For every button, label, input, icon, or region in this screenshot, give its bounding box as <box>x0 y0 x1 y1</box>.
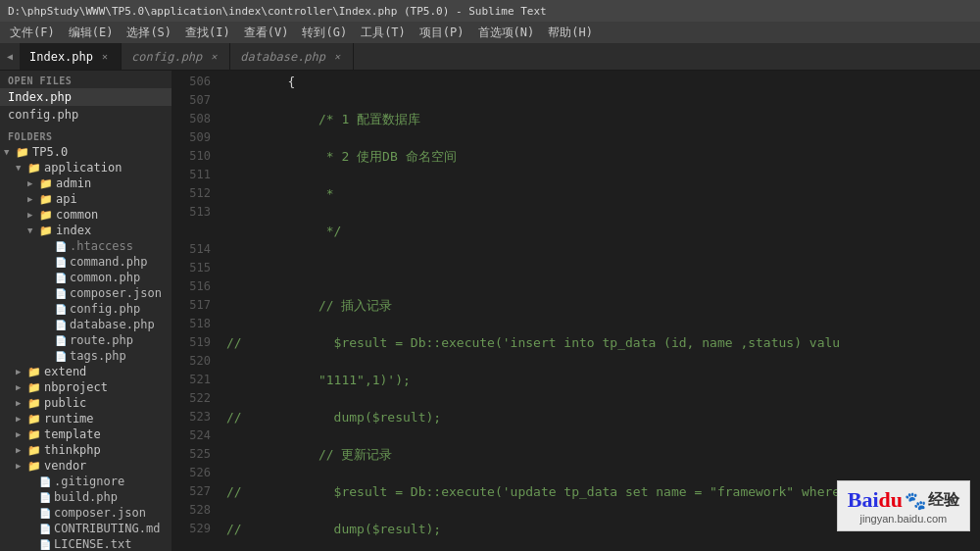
file-label: .gitignore <box>54 475 124 488</box>
menubar: 文件(F)编辑(E)选择(S)查找(I)查看(V)转到(G)工具(T)项目(P)… <box>0 22 980 43</box>
file-icon: 📄 <box>55 273 67 283</box>
tab-database-php[interactable]: database.php ✕ <box>230 43 354 70</box>
file-label: .htaccess <box>70 239 133 253</box>
folder-label: nbproject <box>44 380 108 394</box>
code-area[interactable]: 506 507 508 509 510 511 512 513 514 515 … <box>172 71 980 551</box>
arrow-icon <box>27 524 39 533</box>
file-label: common.php <box>70 271 140 284</box>
tree-composer-json[interactable]: 📄 composer.json <box>0 285 172 301</box>
editor[interactable]: 506 507 508 509 510 511 512 513 514 515 … <box>172 71 980 551</box>
tree-thinkphp[interactable]: ▶ 📁 thinkphp <box>0 442 172 458</box>
arrow-icon: ▼ <box>4 147 16 157</box>
tree-command[interactable]: 📄 command.php <box>0 254 172 270</box>
arrow-icon <box>27 476 39 486</box>
tree-composer-json2[interactable]: 📄 composer.json <box>0 505 172 521</box>
folder-label: extend <box>44 365 86 378</box>
tree-database-php[interactable]: 📄 database.php <box>0 317 172 332</box>
tree-route-php[interactable]: 📄 route.php <box>0 332 172 348</box>
arrow-icon <box>43 304 55 314</box>
arrow-icon <box>27 492 39 502</box>
sidebar-file-label: config.php <box>8 108 78 122</box>
file-icon: 📄 <box>55 257 67 268</box>
menu-item-i[interactable]: 查找(I) <box>179 23 236 43</box>
tree-index[interactable]: ▼ 📁 index <box>0 223 172 238</box>
menu-item-f[interactable]: 文件(F) <box>4 23 61 43</box>
file-label: command.php <box>70 255 147 269</box>
file-label: tags.php <box>70 349 126 363</box>
arrow-icon <box>27 539 39 549</box>
tab-config-php[interactable]: config.php ✕ <box>122 43 230 70</box>
file-icon: 📄 <box>55 288 67 299</box>
tree-public[interactable]: ▶ 📁 public <box>0 395 172 411</box>
menu-item-n[interactable]: 首选项(N) <box>472 23 541 43</box>
arrow-icon <box>27 508 39 518</box>
tree-admin[interactable]: ▶ 📁 admin <box>0 175 172 191</box>
tree-runtime[interactable]: ▶ 📁 runtime <box>0 411 172 426</box>
tree-tp50[interactable]: ▼ 📁 TP5.0 <box>0 144 172 160</box>
tree-application[interactable]: ▼ 📁 application <box>0 160 172 175</box>
file-icon: 📄 <box>55 241 67 252</box>
arrow-icon <box>43 320 55 329</box>
file-label: config.php <box>70 302 140 316</box>
tree-template[interactable]: ▶ 📁 template <box>0 426 172 442</box>
title-text: D:\phpStudy\WWW\TP5.0\application\index\… <box>8 5 547 18</box>
folder-label: vendor <box>44 459 86 473</box>
arrow-icon: ▶ <box>16 367 27 376</box>
tab-close-database[interactable]: ✕ <box>331 50 343 63</box>
menu-item-p[interactable]: 项目(P) <box>414 23 470 43</box>
menu-item-t[interactable]: 工具(T) <box>355 23 412 43</box>
tree-vendor[interactable]: ▶ 📁 vendor <box>0 458 172 474</box>
line-numbers: 506 507 508 509 510 511 512 513 514 515 … <box>172 71 219 551</box>
folder-icon: 📁 <box>27 444 41 457</box>
tree-config-php[interactable]: 📄 config.php <box>0 301 172 317</box>
tree-common[interactable]: ▶ 📁 common <box>0 207 172 223</box>
folder-icon: 📁 <box>27 162 41 175</box>
file-label: build.php <box>54 490 118 504</box>
tab-close-index[interactable]: ✕ <box>99 50 111 63</box>
code-content[interactable]: { /* 1 配置数据库 * 2 使用DB 命名空间 * */ // 插入记录 … <box>219 71 980 551</box>
sidebar: OPEN FILES Index.php config.php FOLDERS … <box>0 71 172 551</box>
menu-item-g[interactable]: 转到(G) <box>296 23 353 43</box>
open-files-title: OPEN FILES <box>0 71 172 88</box>
tab-index-php[interactable]: Index.php ✕ <box>20 43 122 70</box>
menu-item-s[interactable]: 选择(S) <box>121 23 177 43</box>
tree-nbproject[interactable]: ▶ 📁 nbproject <box>0 379 172 395</box>
folder-label: application <box>44 161 122 175</box>
tree-extend[interactable]: ▶ 📁 extend <box>0 364 172 379</box>
file-label: composer.json <box>54 506 146 520</box>
folder-icon: 📁 <box>16 146 29 159</box>
file-icon: 📄 <box>55 351 67 362</box>
folder-icon: 📁 <box>27 381 41 394</box>
file-label: composer.json <box>70 286 162 300</box>
menu-item-h[interactable]: 帮助(H) <box>542 23 599 43</box>
folder-icon: 📁 <box>39 193 53 206</box>
arrow-icon <box>43 351 55 361</box>
folder-icon: 📁 <box>27 366 41 378</box>
tree-license[interactable]: 📄 LICENSE.txt <box>0 536 172 551</box>
menu-item-e[interactable]: 编辑(E) <box>63 23 120 43</box>
tree-contributing[interactable]: 📄 CONTRIBUTING.md <box>0 521 172 536</box>
sidebar-file-config[interactable]: config.php <box>0 106 172 124</box>
arrow-icon <box>43 288 55 298</box>
sidebar-file-index[interactable]: Index.php <box>0 88 172 106</box>
tree-gitignore[interactable]: 📄 .gitignore <box>0 474 172 489</box>
arrow-icon: ▶ <box>16 382 27 392</box>
folder-label: TP5.0 <box>32 145 68 159</box>
tree-build-php[interactable]: 📄 build.php <box>0 489 172 505</box>
arrow-icon: ▶ <box>16 398 27 408</box>
tree-common-php[interactable]: 📄 common.php <box>0 270 172 285</box>
tab-close-config[interactable]: ✕ <box>208 50 220 63</box>
folders-title: FOLDERS <box>0 124 172 144</box>
tree-htaccess[interactable]: 📄 .htaccess <box>0 238 172 254</box>
tree-tags-php[interactable]: 📄 tags.php <box>0 348 172 364</box>
arrow-icon: ▶ <box>27 194 39 204</box>
folder-label: template <box>44 427 101 441</box>
file-icon: 📄 <box>39 524 51 534</box>
tab-scroll-left[interactable]: ◀ <box>0 43 20 70</box>
arrow-icon: ▶ <box>27 210 39 220</box>
tree-api[interactable]: ▶ 📁 api <box>0 191 172 207</box>
arrow-icon <box>43 273 55 282</box>
file-label: LICENSE.txt <box>54 537 131 551</box>
file-label: route.php <box>70 333 133 347</box>
menu-item-v[interactable]: 查看(V) <box>238 23 295 43</box>
